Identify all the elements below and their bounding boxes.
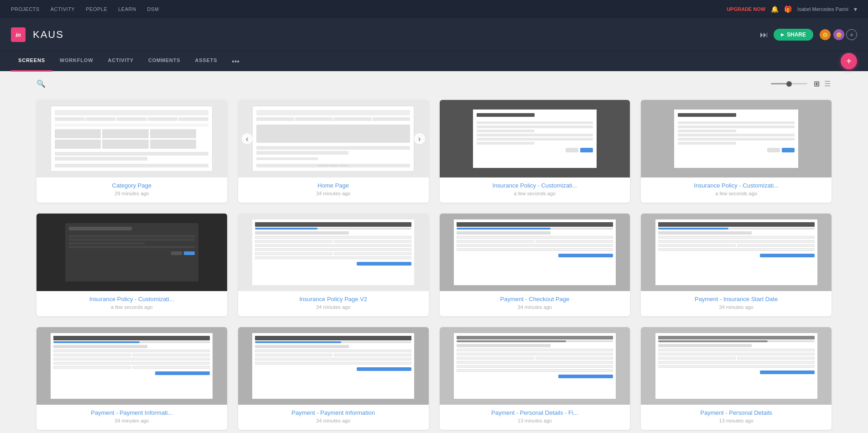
skip-button[interactable]: ⏭ <box>760 30 768 40</box>
screen-time: 34 minutes ago <box>244 191 423 196</box>
list-wireframe <box>454 333 616 399</box>
screen-thumbnail <box>36 214 227 291</box>
screen-name: Payment - Insurance Start Date <box>646 296 826 303</box>
project-header-right: ⏭ SHARE 🙂 😊 + <box>760 28 857 41</box>
screen-info: Insurance Policy - Customizati... a few … <box>36 291 227 316</box>
modal-inner <box>473 110 597 168</box>
screen-card[interactable]: Payment - Insurance Start Date 34 minute… <box>641 214 832 316</box>
project-header: in KAUS ⏭ SHARE 🙂 😊 + <box>0 18 868 51</box>
user-menu[interactable]: Isabel Mercedes Parini <box>797 6 848 12</box>
invision-logo: in <box>11 27 26 42</box>
screen-time: 34 minutes ago <box>42 418 222 423</box>
grid-view-button[interactable]: ⊞ <box>813 78 821 89</box>
toolbar: 🔍 ⊞ ☰ <box>0 71 868 96</box>
nav-dsm[interactable]: DSM <box>147 6 159 12</box>
screen-thumbnail <box>641 327 832 405</box>
screen-card[interactable]: ‹ <box>238 100 429 203</box>
screen-info: Payment - Payment Information 34 minutes… <box>238 405 429 430</box>
screen-time: 34 minutes ago <box>244 304 423 310</box>
add-screen-button[interactable]: + <box>841 53 857 69</box>
screen-time: a few seconds ago <box>445 191 625 196</box>
tab-screens[interactable]: SCREENS <box>11 52 52 72</box>
screen-info: Payment - Insurance Start Date 34 minute… <box>641 291 832 316</box>
carousel-prev[interactable]: ‹ <box>242 133 253 144</box>
view-toggle: ⊞ ☰ <box>813 78 832 89</box>
nav-people[interactable]: People <box>86 6 107 12</box>
screen-card[interactable]: Insurance Policy - Customizati... a few … <box>641 100 832 203</box>
screen-time: 34 minutes ago <box>646 304 826 310</box>
upgrade-now-button[interactable]: UPGRADE NOW <box>727 6 765 12</box>
screen-name: Insurance Policy Page V2 <box>244 296 423 303</box>
nav-activity[interactable]: Activity <box>51 6 75 12</box>
secondary-nav-wrapper: SCREENS WORKFLOW ACTIVITY COMMENTS ASSET… <box>0 51 868 71</box>
screen-name: Category Page <box>42 182 222 189</box>
user-chevron-icon[interactable]: ▾ <box>854 5 857 13</box>
nav-learn[interactable]: Learn <box>118 6 136 12</box>
avatar-1: 🙂 <box>819 28 832 41</box>
screen-info: Home Page 34 minutes ago <box>238 177 429 203</box>
tab-workflow[interactable]: WORKFLOW <box>52 52 101 72</box>
dark-modal <box>65 223 198 282</box>
screen-info: Payment - Personal Details 13 minutes ag… <box>641 405 832 430</box>
screen-card[interactable]: Category Page 29 minutes ago <box>36 100 227 203</box>
screen-time: 29 minutes ago <box>42 191 222 196</box>
screen-card[interactable]: Payment - Checkout Page 34 minutes ago <box>440 214 630 316</box>
zoom-slider-container <box>771 83 807 84</box>
secondary-nav-items: SCREENS WORKFLOW ACTIVITY COMMENTS ASSET… <box>11 52 247 71</box>
dark-overlay <box>36 214 227 291</box>
secondary-nav: SCREENS WORKFLOW ACTIVITY COMMENTS ASSET… <box>0 51 868 71</box>
screen-card[interactable]: Payment - Personal Details - Fi... 13 mi… <box>440 327 630 430</box>
gift-icon[interactable]: 🎁 <box>784 5 792 13</box>
wireframe <box>252 106 414 172</box>
screen-card[interactable]: Payment - Payment Informati... 34 minute… <box>36 327 227 430</box>
list-wireframe <box>655 219 817 286</box>
screen-card[interactable]: Payment - Payment Information 34 minutes… <box>238 327 429 430</box>
list-view-button[interactable]: ☰ <box>823 78 832 89</box>
list-wireframe <box>252 333 414 399</box>
screen-name: Insurance Policy - Customizati... <box>445 182 625 189</box>
screen-info: Insurance Policy Page V2 34 minutes ago <box>238 291 429 316</box>
screen-card[interactable]: Insurance Policy Page V2 34 minutes ago <box>238 214 429 316</box>
screen-thumbnail <box>641 214 832 291</box>
screen-name: Payment - Personal Details - Fi... <box>445 409 625 416</box>
screen-name: Home Page <box>244 182 423 189</box>
nav-projects[interactable]: Projects <box>11 6 40 12</box>
screen-thumbnail <box>36 100 227 177</box>
screen-info: Insurance Policy - Customizati... a few … <box>440 177 630 203</box>
search-icon[interactable]: 🔍 <box>36 79 46 88</box>
list-wireframe <box>51 333 213 399</box>
screen-thumbnail <box>238 214 429 291</box>
screen-info: Insurance Policy - Customizati... a few … <box>641 177 832 203</box>
screen-time: a few seconds ago <box>646 191 826 196</box>
more-options[interactable]: ••• <box>224 52 247 71</box>
wireframe <box>51 106 213 172</box>
screen-thumbnail: ‹ <box>238 100 429 177</box>
top-nav: Projects Activity People Learn DSM UPGRA… <box>0 0 868 18</box>
screen-name: Insurance Policy - Customizati... <box>42 296 222 303</box>
top-nav-right: UPGRADE NOW 🔔 🎁 Isabel Mercedes Parini ▾ <box>727 5 857 13</box>
list-wireframe <box>655 333 817 399</box>
screen-card[interactable]: Insurance Policy - Customizati... a few … <box>36 214 227 316</box>
share-button[interactable]: SHARE <box>774 29 813 41</box>
screen-name: Insurance Policy - Customizati... <box>646 182 826 189</box>
modal-inner <box>674 110 798 168</box>
modal-overlay <box>641 100 832 177</box>
screen-card[interactable]: Payment - Personal Details 13 minutes ag… <box>641 327 832 430</box>
tab-activity[interactable]: ACTIVITY <box>100 52 141 72</box>
screen-card[interactable]: Insurance Policy - Customizati... a few … <box>440 100 630 203</box>
screen-info: Payment - Checkout Page 34 minutes ago <box>440 291 630 316</box>
screen-time: 13 minutes ago <box>445 418 625 423</box>
screen-thumbnail <box>238 327 429 405</box>
screen-name: Payment - Payment Information <box>244 409 423 416</box>
tab-assets[interactable]: ASSETS <box>187 52 224 72</box>
carousel-next[interactable]: › <box>414 133 425 144</box>
tab-comments[interactable]: COMMENTS <box>141 52 188 72</box>
top-nav-links: Projects Activity People Learn DSM <box>11 6 159 12</box>
screen-time: 34 minutes ago <box>445 304 625 310</box>
notification-icon[interactable]: 🔔 <box>771 5 779 13</box>
screen-thumbnail <box>36 327 227 405</box>
modal-overlay <box>440 100 630 177</box>
toolbar-right: ⊞ ☰ <box>771 78 832 89</box>
zoom-slider[interactable] <box>771 83 807 84</box>
add-member-button[interactable]: + <box>846 29 857 40</box>
